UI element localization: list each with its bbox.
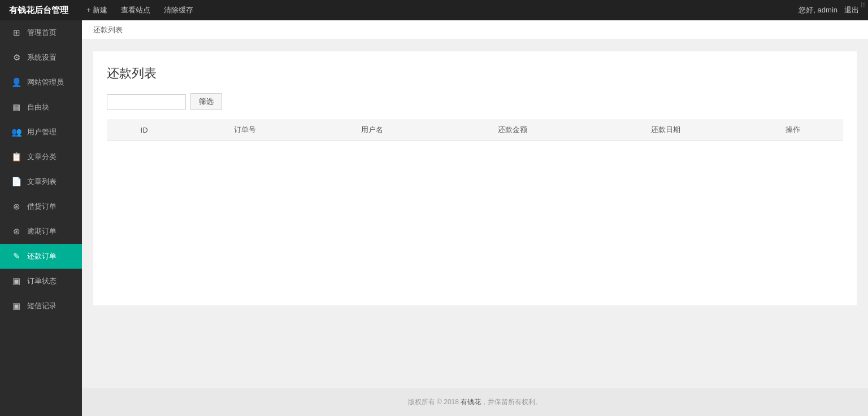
sidebar-item-sms-records[interactable]: ▣短信记录: [0, 294, 82, 318]
sidebar-item-user-manage[interactable]: 👥用户管理: [0, 120, 82, 144]
sidebar-item-system-settings[interactable]: ⚙系统设置: [0, 45, 82, 70]
table-header: ID订单号用户名还款金额还款日期操作: [107, 119, 843, 141]
sidebar-label-dashboard: 管理首页: [27, 28, 57, 38]
sidebar-label-sms-records: 短信记录: [27, 301, 57, 311]
article-category-icon: 📋: [11, 152, 21, 162]
data-table: ID订单号用户名还款金额还款日期操作: [107, 119, 843, 141]
article-list-icon: 📄: [11, 177, 21, 187]
content-card: 还款列表 筛选 ID订单号用户名还款金额还款日期操作: [93, 51, 857, 305]
sidebar-item-loan-orders[interactable]: ⊛借贷订单: [0, 194, 82, 219]
col-还款日期: 还款日期: [589, 119, 742, 141]
sidebar-item-article-category[interactable]: 📋文章分类: [0, 144, 82, 169]
content-area: 还款列表 筛选 ID订单号用户名还款金额还款日期操作: [82, 40, 868, 388]
topbar-right: 您好, admin 退出: [798, 5, 859, 15]
topbar: 有钱花后台管理 + 新建 查看站点 清除缓存 您好, admin 退出: [0, 0, 868, 20]
topbar-left: 有钱花后台管理 + 新建 查看站点 清除缓存: [9, 0, 200, 20]
page-title: 还款列表: [107, 65, 843, 82]
sidebar-item-dashboard[interactable]: ⊞管理首页: [0, 20, 82, 45]
check-site-button[interactable]: 查看站点: [114, 0, 157, 20]
sidebar-label-repay-orders: 还款订单: [27, 251, 57, 261]
filter-input[interactable]: [107, 94, 186, 110]
site-admin-icon: 👤: [11, 77, 21, 87]
sidebar-item-site-admin[interactable]: 👤网站管理员: [0, 70, 82, 95]
app-brand: 有钱花后台管理: [9, 5, 68, 16]
sidebar-item-order-status[interactable]: ▣订单状态: [0, 269, 82, 294]
user-greeting: 您好, admin: [798, 5, 837, 15]
sidebar-label-site-admin: 网站管理员: [27, 77, 64, 87]
loan-orders-icon: ⊛: [11, 202, 21, 212]
footer-copyright: 版权所有 © 2018 有钱花，并保留所有权利。: [408, 398, 542, 406]
sidebar-item-repay-orders[interactable]: ✎还款订单: [0, 244, 82, 269]
sidebar-label-user-manage: 用户管理: [27, 127, 57, 137]
col-操作: 操作: [742, 119, 843, 141]
user-manage-icon: 👥: [11, 127, 21, 137]
logout-button[interactable]: 退出: [844, 5, 859, 15]
new-button[interactable]: + 新建: [80, 0, 114, 20]
sidebar-label-article-category: 文章分类: [27, 152, 57, 162]
sidebar-item-article-list[interactable]: 📄文章列表: [0, 169, 82, 194]
sidebar-item-overdue-orders[interactable]: ⊛逾期订单: [0, 219, 82, 244]
repay-orders-icon: ✎: [11, 251, 21, 261]
sms-records-icon: ▣: [11, 301, 21, 311]
sidebar-label-overdue-orders: 逾期订单: [27, 226, 57, 237]
order-status-icon: ▣: [11, 276, 21, 286]
sidebar-label-loan-orders: 借贷订单: [27, 202, 57, 212]
sidebar-label-article-list: 文章列表: [27, 177, 57, 187]
system-settings-icon: ⚙: [11, 52, 21, 63]
col-订单号: 订单号: [181, 119, 309, 141]
overdue-orders-icon: ⊛: [11, 226, 21, 237]
sidebar: ⊞管理首页⚙系统设置👤网站管理员▦自由块👥用户管理📋文章分类📄文章列表⊛借贷订单…: [0, 20, 82, 416]
main-area: 还款列表 还款列表 筛选 ID订单号用户名还款金额还款日期操作: [82, 20, 868, 416]
filter-button[interactable]: 筛选: [190, 93, 222, 110]
filter-bar: 筛选: [107, 93, 843, 110]
sidebar-label-free-block: 自由块: [27, 102, 49, 112]
col-ID: ID: [107, 119, 181, 141]
col-用户名: 用户名: [309, 119, 436, 141]
breadcrumb: 还款列表: [82, 20, 868, 40]
col-还款金额: 还款金额: [436, 119, 589, 141]
footer-brand: 有钱花: [461, 398, 481, 406]
sidebar-label-system-settings: 系统设置: [27, 52, 57, 63]
layout: ⊞管理首页⚙系统设置👤网站管理员▦自由块👥用户管理📋文章分类📄文章列表⊛借贷订单…: [0, 20, 868, 416]
footer: 版权所有 © 2018 有钱花，并保留所有权利。: [82, 388, 868, 416]
free-block-icon: ▦: [11, 102, 21, 112]
dashboard-icon: ⊞: [11, 28, 21, 38]
sidebar-item-free-block[interactable]: ▦自由块: [0, 95, 82, 120]
clear-cache-button[interactable]: 清除缓存: [157, 0, 200, 20]
sidebar-label-order-status: 订单状态: [27, 276, 57, 286]
